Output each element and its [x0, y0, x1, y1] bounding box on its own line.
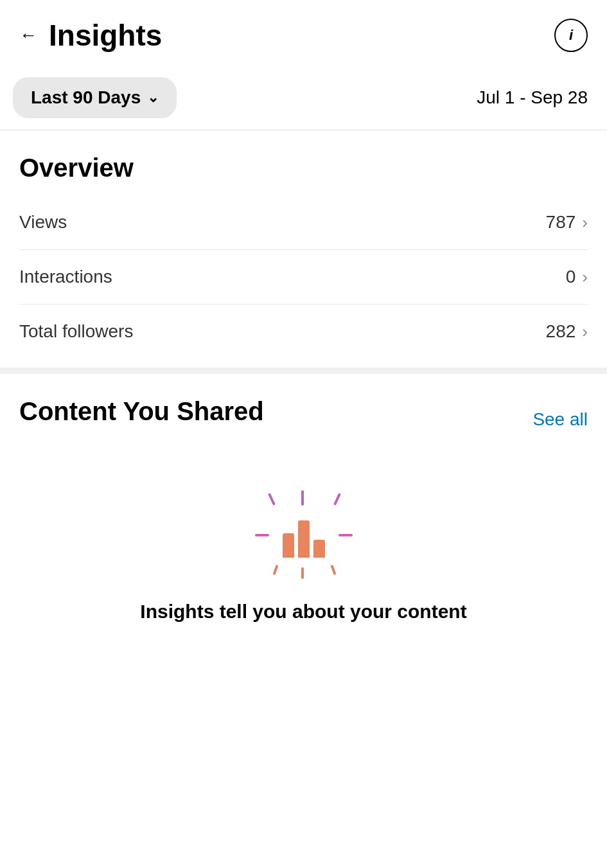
- views-value: 787: [546, 212, 576, 233]
- content-shared-section: Content You Shared See all Insi: [0, 374, 607, 661]
- views-chevron-icon: ›: [582, 213, 588, 233]
- ray-left: [255, 534, 269, 536]
- views-right: 787 ›: [546, 212, 588, 233]
- page-title: Insights: [49, 18, 162, 53]
- views-label: Views: [19, 212, 67, 233]
- interactions-value: 0: [566, 267, 576, 287]
- followers-right: 282 ›: [546, 321, 588, 342]
- chart-illustration: [252, 490, 355, 580]
- content-shared-title: Content You Shared: [19, 397, 264, 426]
- ray-bottom-center: [301, 567, 304, 579]
- ray-bottom-left: [272, 565, 278, 575]
- info-icon: i: [569, 27, 573, 44]
- empty-state: Insights tell you about your content: [19, 465, 588, 648]
- back-icon: ←: [19, 25, 37, 46]
- interactions-chevron-icon: ›: [582, 267, 588, 287]
- followers-value: 282: [546, 321, 576, 342]
- see-all-button[interactable]: See all: [532, 409, 588, 430]
- date-filter-button[interactable]: Last 90 Days ⌄: [13, 77, 177, 118]
- views-row[interactable]: Views 787 ›: [19, 195, 588, 250]
- filter-bar: Last 90 Days ⌄ Jul 1 - Sep 28: [0, 66, 607, 130]
- followers-chevron-icon: ›: [582, 322, 588, 342]
- interactions-right: 0 ›: [566, 267, 588, 287]
- section-divider: [0, 368, 607, 374]
- stats-list: Views 787 › Interactions 0 › Total follo…: [0, 195, 607, 359]
- followers-label: Total followers: [19, 321, 133, 342]
- sparkle-rays: [252, 490, 355, 580]
- ray-top-right: [333, 493, 340, 506]
- ray-top-left: [267, 493, 275, 506]
- overview-title: Overview: [19, 154, 134, 182]
- page-header: ← Insights i: [0, 0, 607, 66]
- content-header: Content You Shared See all: [19, 397, 588, 441]
- info-button[interactable]: i: [554, 19, 588, 52]
- followers-row[interactable]: Total followers 282 ›: [19, 305, 588, 359]
- interactions-row[interactable]: Interactions 0 ›: [19, 250, 588, 305]
- ray-bottom-right: [330, 565, 336, 575]
- interactions-label: Interactions: [19, 267, 112, 287]
- date-range-text: Jul 1 - Sep 28: [477, 87, 588, 108]
- empty-state-title: Insights tell you about your content: [140, 601, 466, 623]
- ray-right: [339, 534, 353, 536]
- overview-section: Overview: [0, 130, 607, 195]
- chevron-down-icon: ⌄: [147, 89, 159, 106]
- back-button[interactable]: ←: [19, 25, 37, 46]
- ray-top-center: [301, 490, 304, 506]
- date-filter-label: Last 90 Days: [31, 87, 141, 108]
